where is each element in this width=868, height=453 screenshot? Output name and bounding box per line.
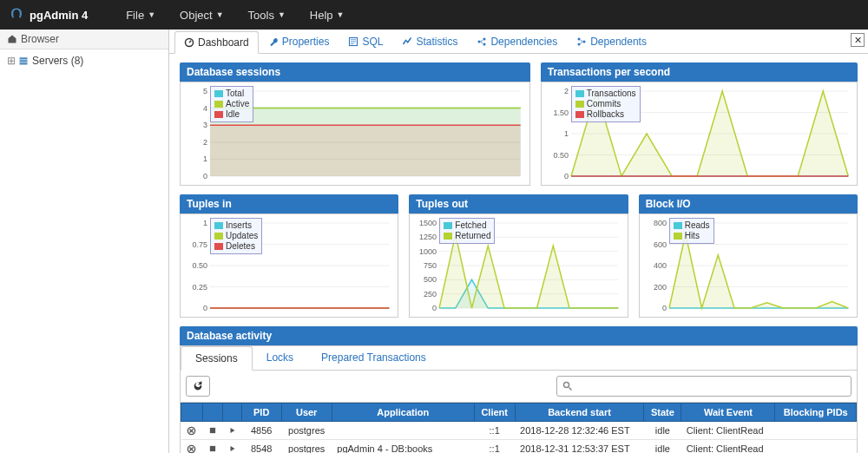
- col-header[interactable]: [223, 404, 241, 422]
- svg-text:500: 500: [424, 275, 437, 284]
- svg-text:200: 200: [654, 283, 667, 292]
- svg-point-6: [483, 38, 486, 41]
- search-input[interactable]: [556, 376, 852, 397]
- svg-marker-67: [439, 234, 618, 308]
- sql-icon: [348, 36, 358, 47]
- col-header[interactable]: State: [644, 404, 681, 422]
- svg-text:1: 1: [203, 220, 207, 227]
- cell-user: postgres: [281, 440, 332, 454]
- content-tabs: Dashboard Properties SQL Statistics Depe…: [169, 30, 868, 54]
- search-icon: [562, 381, 573, 391]
- home-icon: [7, 34, 17, 44]
- col-header[interactable]: [181, 404, 203, 422]
- cell-pid: 4856: [241, 422, 281, 440]
- svg-text:0: 0: [203, 304, 207, 312]
- dashboard-panel: Database sessions 012345 Total Active Id…: [169, 54, 868, 453]
- cancel-session-icon[interactable]: [181, 440, 203, 454]
- tree-node-servers[interactable]: ⊞ Servers (8): [5, 53, 163, 69]
- wrench-icon: [268, 36, 279, 47]
- browser-panel-title: Browser: [0, 30, 168, 49]
- svg-text:800: 800: [654, 220, 667, 227]
- tab-dependencies[interactable]: Dependencies: [467, 30, 567, 53]
- cell-app: pgAdmin 4 - DB:books: [332, 440, 474, 454]
- expand-row-icon[interactable]: [223, 440, 241, 454]
- refresh-icon: [192, 380, 204, 392]
- chart-tuples-out: Tuples out 0250500750100012501500 Fetche…: [409, 194, 628, 318]
- svg-text:3: 3: [203, 121, 207, 129]
- col-header[interactable]: Client: [474, 404, 515, 422]
- cell-client: ::1: [474, 440, 515, 454]
- deps-icon: [477, 36, 487, 47]
- svg-point-5: [478, 41, 481, 43]
- chart-tuples-in: Tuples in 00.250.500.751 Inserts Updates…: [180, 194, 398, 318]
- svg-text:400: 400: [654, 261, 667, 270]
- svg-marker-79: [669, 233, 848, 308]
- menu-object[interactable]: Object▼: [168, 9, 236, 22]
- col-header[interactable]: Backend start: [515, 404, 644, 422]
- svg-text:0: 0: [203, 172, 207, 180]
- close-panel-button[interactable]: ✕: [851, 33, 865, 47]
- expand-icon[interactable]: ⊞: [7, 55, 16, 67]
- col-header[interactable]: Blocking PIDs: [775, 404, 857, 422]
- refresh-button[interactable]: [186, 376, 210, 397]
- svg-point-8: [583, 41, 586, 43]
- cell-pid: 8548: [241, 440, 281, 454]
- svg-rect-82: [210, 428, 215, 433]
- cell-start: 2018-12-31 12:53:37 EST: [515, 440, 644, 454]
- col-header[interactable]: Application: [332, 404, 474, 422]
- terminate-session-icon[interactable]: [202, 422, 223, 440]
- tab-statistics[interactable]: Statistics: [392, 30, 467, 53]
- cell-start: 2018-12-28 12:32:46 EST: [515, 422, 644, 440]
- svg-rect-84: [210, 446, 215, 451]
- subtab-locks[interactable]: Locks: [253, 346, 307, 370]
- svg-text:750: 750: [424, 261, 437, 270]
- app-title: pgAdmin 4: [30, 9, 88, 22]
- menubar: File▼ Object▼ Tools▼ Help▼: [114, 9, 356, 22]
- browser-tree[interactable]: ⊞ Servers (8): [0, 49, 168, 72]
- table-row[interactable]: 4856postgres::12018-12-28 12:32:46 ESTid…: [181, 422, 857, 440]
- tab-sql[interactable]: SQL: [339, 30, 392, 53]
- terminate-session-icon[interactable]: [202, 440, 223, 454]
- svg-text:5: 5: [203, 88, 207, 95]
- svg-text:2: 2: [564, 88, 569, 95]
- svg-point-7: [483, 43, 486, 46]
- svg-text:1: 1: [203, 154, 207, 163]
- subtab-sessions[interactable]: Sessions: [181, 346, 253, 371]
- menu-tools[interactable]: Tools▼: [236, 9, 298, 22]
- server-group-icon: [18, 56, 29, 66]
- svg-text:1: 1: [564, 129, 569, 138]
- table-row[interactable]: 8548postgrespgAdmin 4 - DB:books::12018-…: [181, 440, 857, 454]
- sessions-table: PIDUserApplicationClientBackend startSta…: [181, 403, 857, 453]
- svg-text:1000: 1000: [419, 247, 437, 256]
- elephant-icon: [9, 7, 24, 23]
- col-header[interactable]: User: [281, 404, 332, 422]
- database-activity: Database activity Sessions Locks Prepare…: [180, 326, 858, 453]
- menu-file[interactable]: File▼: [114, 9, 168, 22]
- cell-user: postgres: [281, 422, 332, 440]
- chart-tps: Transactions per second 00.5011.502 Tran…: [541, 62, 858, 186]
- cell-blocking: [775, 422, 857, 440]
- menu-help[interactable]: Help▼: [298, 9, 357, 22]
- svg-text:4: 4: [203, 104, 207, 113]
- svg-text:0: 0: [432, 304, 437, 312]
- col-header[interactable]: PID: [241, 404, 281, 422]
- col-header[interactable]: [202, 404, 223, 422]
- col-header[interactable]: Wait Event: [681, 404, 775, 422]
- tab-dashboard[interactable]: Dashboard: [174, 31, 259, 54]
- svg-text:0.50: 0.50: [192, 261, 207, 270]
- svg-text:0.50: 0.50: [553, 151, 569, 160]
- svg-point-80: [564, 383, 569, 388]
- cell-blocking: [775, 440, 857, 454]
- cell-wait: Client: ClientRead: [681, 422, 775, 440]
- tab-properties[interactable]: Properties: [259, 30, 339, 53]
- svg-text:0.25: 0.25: [192, 283, 207, 292]
- chart-database-sessions: Database sessions 012345 Total Active Id…: [180, 62, 530, 186]
- expand-row-icon[interactable]: [223, 422, 241, 440]
- svg-text:1.50: 1.50: [553, 108, 569, 117]
- tab-dependents[interactable]: Dependents: [567, 30, 656, 53]
- content-area: ✕ Dashboard Properties SQL Statistics De…: [169, 30, 868, 453]
- subtab-prepared[interactable]: Prepared Transactions: [307, 346, 440, 370]
- cell-app: [332, 422, 474, 440]
- sidebar: Browser ⊞ Servers (8): [0, 30, 169, 453]
- cancel-session-icon[interactable]: [181, 422, 203, 440]
